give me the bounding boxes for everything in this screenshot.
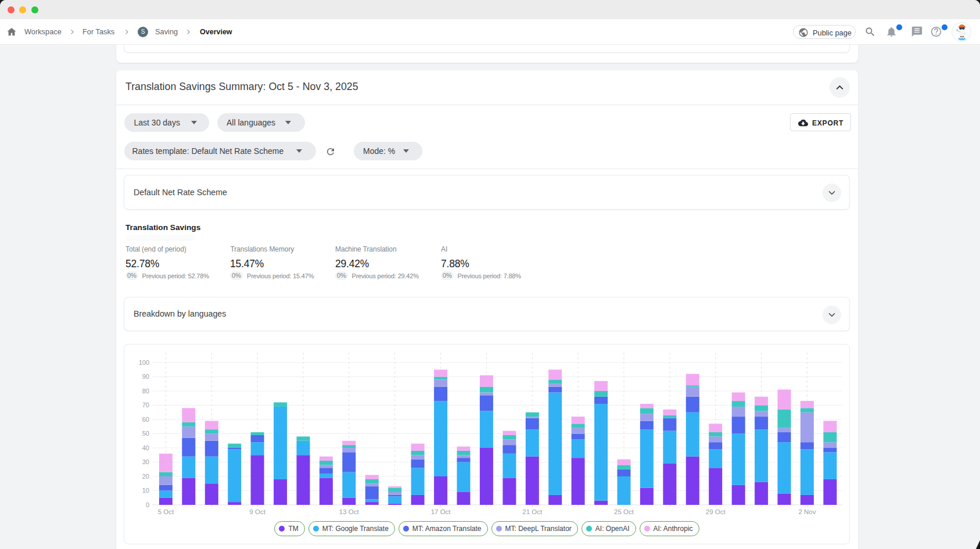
svg-text:50: 50 bbox=[142, 430, 149, 437]
svg-text:25 Oct: 25 Oct bbox=[614, 508, 634, 515]
svg-text:5 Oct: 5 Oct bbox=[158, 508, 174, 515]
svg-text:29 Oct: 29 Oct bbox=[706, 508, 726, 515]
svg-text:100: 100 bbox=[139, 359, 149, 366]
svg-text:9 Oct: 9 Oct bbox=[249, 508, 265, 515]
svg-text:0: 0 bbox=[146, 501, 149, 508]
svg-text:2 Nov: 2 Nov bbox=[798, 508, 816, 515]
svg-text:60: 60 bbox=[142, 416, 149, 423]
svg-text:13 Oct: 13 Oct bbox=[339, 508, 360, 515]
svg-text:21 Oct: 21 Oct bbox=[522, 508, 543, 515]
svg-text:17 Oct: 17 Oct bbox=[431, 508, 451, 515]
svg-text:40: 40 bbox=[142, 444, 149, 451]
svg-text:30: 30 bbox=[142, 458, 149, 465]
svg-text:90: 90 bbox=[142, 373, 149, 380]
svg-text:10: 10 bbox=[142, 487, 149, 494]
svg-text:70: 70 bbox=[142, 401, 149, 408]
svg-text:80: 80 bbox=[142, 387, 149, 394]
svg-text:20: 20 bbox=[142, 473, 149, 480]
